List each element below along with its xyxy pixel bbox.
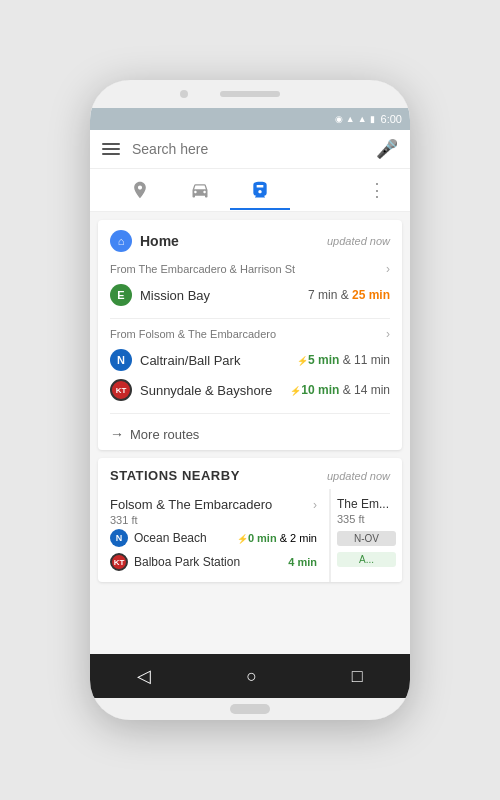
station-route-ocean-beach-time: ⚡0 min & 2 min bbox=[237, 532, 317, 544]
stations-nearby-card: STATIONS NEARBY updated now Folsom & The… bbox=[98, 458, 402, 582]
arrow-right-icon: → bbox=[110, 426, 124, 442]
stations-row: Folsom & The Embarcadero › 331 ft N Ocea… bbox=[98, 489, 402, 582]
content-area: ⌂ Home updated now From The Embarcadero … bbox=[90, 212, 410, 654]
battery-status-icon: ▮ bbox=[370, 114, 375, 124]
route-destination-1: Mission Bay bbox=[140, 288, 300, 303]
hamburger-menu-button[interactable] bbox=[102, 143, 120, 155]
phone-screen: ◉ ▲ ▲ ▮ 6:00 🎤 bbox=[90, 108, 410, 698]
station-folsom-dist: 331 ft bbox=[110, 514, 317, 526]
location-status-icon: ◉ bbox=[335, 114, 343, 124]
transit-badge-e: E bbox=[110, 284, 132, 306]
route-time-2: ⚡5 min & 11 min bbox=[297, 353, 390, 367]
tab-transit[interactable] bbox=[230, 170, 290, 210]
chevron-right-icon-1: › bbox=[386, 262, 390, 276]
status-time: 6:00 bbox=[381, 113, 402, 125]
more-options-button[interactable]: ⋮ bbox=[364, 169, 390, 211]
route-time-normal-1: 7 min & bbox=[308, 288, 352, 302]
route-time-highlight-1: 25 min bbox=[352, 288, 390, 302]
status-icons: ◉ ▲ ▲ ▮ bbox=[335, 114, 375, 124]
station-route-balboa-park: KT Balboa Park Station 4 min bbox=[110, 550, 317, 574]
route-from-2[interactable]: From Folsom & The Embarcadero › bbox=[110, 327, 390, 341]
route-from-text-2: From Folsom & The Embarcadero bbox=[110, 328, 276, 340]
route-time-normal-3: & 14 min bbox=[339, 383, 390, 397]
route-from-text-1: From The Embarcadero & Harrison St bbox=[110, 263, 295, 275]
bottom-nav-bar: ◁ ○ □ bbox=[90, 654, 410, 698]
signal-status-icon: ▲ bbox=[358, 114, 367, 124]
transit-badge-kt: KT bbox=[110, 379, 132, 401]
route-from-1[interactable]: From The Embarcadero & Harrison St › bbox=[110, 262, 390, 276]
route-time-1: 7 min & 25 min bbox=[308, 288, 390, 302]
transit-badge-n: N bbox=[110, 349, 132, 371]
phone-home-hardware-button bbox=[230, 704, 270, 714]
tab-location[interactable] bbox=[110, 170, 170, 210]
chevron-right-icon-2: › bbox=[386, 327, 390, 341]
home-button[interactable]: ○ bbox=[230, 658, 273, 695]
transit-badge-kt-small: KT bbox=[110, 553, 128, 571]
more-routes-button[interactable]: → More routes bbox=[98, 418, 402, 450]
phone-frame: ◉ ▲ ▲ ▮ 6:00 🎤 bbox=[90, 80, 410, 720]
hamburger-line bbox=[102, 153, 120, 155]
hamburger-line bbox=[102, 143, 120, 145]
station-partial-badge: N-OV bbox=[337, 531, 396, 546]
wifi-status-icon: ▲ bbox=[346, 114, 355, 124]
phone-bottom-hardware bbox=[90, 698, 410, 720]
divider-2 bbox=[110, 413, 390, 414]
search-bar: 🎤 bbox=[90, 130, 410, 169]
route-row-3: KT Sunnydale & Bayshore ⚡10 min & 14 min bbox=[110, 375, 390, 405]
transit-tab-icon bbox=[250, 180, 270, 200]
home-card-title: Home bbox=[140, 233, 179, 249]
stations-nearby-title: STATIONS NEARBY bbox=[110, 468, 240, 483]
station-embarcadero-partial-name: The Em... bbox=[337, 497, 396, 511]
home-icon: ⌂ bbox=[110, 230, 132, 252]
route-time-normal-2: & 11 min bbox=[339, 353, 390, 367]
drive-tab-icon bbox=[190, 180, 210, 200]
location-tab-icon bbox=[130, 180, 150, 200]
station-embarcadero-partial: The Em... 335 ft N-OV A... bbox=[330, 489, 402, 582]
route-row-2: N Caltrain/Ball Park ⚡5 min & 11 min bbox=[110, 345, 390, 375]
search-input[interactable] bbox=[132, 141, 364, 157]
stations-nearby-header: STATIONS NEARBY updated now bbox=[98, 458, 402, 489]
station-route-ocean-beach: N Ocean Beach ⚡0 min & 2 min bbox=[110, 526, 317, 550]
hamburger-line bbox=[102, 148, 120, 150]
route-time-green-2: 5 min bbox=[308, 353, 339, 367]
route-destination-3: Sunnydale & Bayshore bbox=[140, 383, 282, 398]
station-partial-extra: A... bbox=[337, 552, 396, 567]
station-embarcadero-partial-dist: 335 ft bbox=[337, 513, 396, 525]
lightning-icon-2: ⚡ bbox=[297, 356, 308, 366]
back-button[interactable]: ◁ bbox=[121, 657, 167, 695]
route-section-2: From Folsom & The Embarcadero › N Caltra… bbox=[98, 323, 402, 409]
status-bar: ◉ ▲ ▲ ▮ 6:00 bbox=[90, 108, 410, 130]
divider-1 bbox=[110, 318, 390, 319]
tab-bar: ⋮ bbox=[90, 169, 410, 212]
route-time-green-3: 10 min bbox=[301, 383, 339, 397]
home-updated-text: updated now bbox=[327, 235, 390, 247]
station-route-balboa-park-name: Balboa Park Station bbox=[134, 555, 282, 569]
route-time-3: ⚡10 min & 14 min bbox=[290, 383, 390, 397]
station-folsom-name-row[interactable]: Folsom & The Embarcadero › bbox=[110, 497, 317, 512]
station-folsom: Folsom & The Embarcadero › 331 ft N Ocea… bbox=[98, 489, 330, 582]
phone-top-hardware bbox=[90, 80, 410, 108]
stations-updated-text: updated now bbox=[327, 470, 390, 482]
home-card-header: ⌂ Home updated now bbox=[98, 220, 402, 258]
mic-icon[interactable]: 🎤 bbox=[376, 138, 398, 160]
home-card: ⌂ Home updated now From The Embarcadero … bbox=[98, 220, 402, 450]
transit-badge-n-small: N bbox=[110, 529, 128, 547]
route-section-1: From The Embarcadero & Harrison St › E M… bbox=[98, 258, 402, 314]
more-routes-label: More routes bbox=[130, 427, 199, 442]
station-chevron-icon: › bbox=[313, 498, 317, 512]
route-row-1: E Mission Bay 7 min & 25 min bbox=[110, 280, 390, 310]
station-route-ocean-beach-name: Ocean Beach bbox=[134, 531, 231, 545]
phone-speaker bbox=[220, 91, 280, 97]
phone-camera bbox=[180, 90, 188, 98]
recent-apps-button[interactable]: □ bbox=[336, 658, 379, 695]
route-destination-2: Caltrain/Ball Park bbox=[140, 353, 289, 368]
tab-drive[interactable] bbox=[170, 170, 230, 210]
home-card-header-left: ⌂ Home bbox=[110, 230, 179, 252]
station-folsom-name: Folsom & The Embarcadero bbox=[110, 497, 272, 512]
lightning-icon-3: ⚡ bbox=[290, 386, 301, 396]
station-route-balboa-park-time: 4 min bbox=[288, 556, 317, 568]
